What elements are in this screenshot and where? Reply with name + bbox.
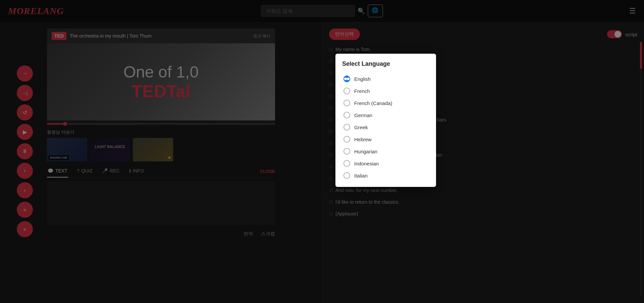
language-options-list: English French French (Canada) German Gr… <box>342 73 429 180</box>
lang-label-french-canada: French (Canada) <box>354 100 392 106</box>
lang-option-hebrew[interactable]: Hebrew <box>342 133 428 145</box>
lang-option-hungarian[interactable]: Hungarian <box>342 145 428 157</box>
lang-label-english: English <box>354 76 371 82</box>
modal-title: Select Language <box>342 60 429 67</box>
lang-option-french[interactable]: French <box>342 85 428 97</box>
lang-label-german: German <box>354 112 372 118</box>
lang-label-greek: Greek <box>354 124 368 130</box>
radio-hungarian <box>343 148 350 155</box>
lang-label-indonesian: Indonesian <box>354 161 379 166</box>
lang-option-english[interactable]: English <box>342 73 428 85</box>
lang-label-french: French <box>354 88 370 94</box>
modal-overlay[interactable]: Select Language English French French (C… <box>0 0 644 303</box>
lang-option-greek[interactable]: Greek <box>342 121 428 133</box>
lang-label-italian: Italian <box>354 173 368 179</box>
lang-option-indonesian[interactable]: Indonesian <box>342 157 428 169</box>
language-modal: Select Language English French French (C… <box>335 54 436 187</box>
radio-english <box>343 75 350 82</box>
lang-label-hebrew: Hebrew <box>354 137 372 142</box>
radio-german <box>343 112 350 118</box>
lang-option-german[interactable]: German <box>342 109 428 121</box>
radio-french-canada <box>343 100 350 106</box>
lang-label-hungarian: Hungarian <box>354 149 377 154</box>
radio-greek <box>343 124 350 131</box>
radio-hebrew <box>343 136 350 143</box>
radio-indonesian <box>343 160 350 167</box>
lang-option-french-canada[interactable]: French (Canada) <box>342 97 428 109</box>
radio-french <box>343 88 350 94</box>
lang-option-italian[interactable]: Italian <box>342 169 428 180</box>
radio-italian <box>343 172 350 179</box>
